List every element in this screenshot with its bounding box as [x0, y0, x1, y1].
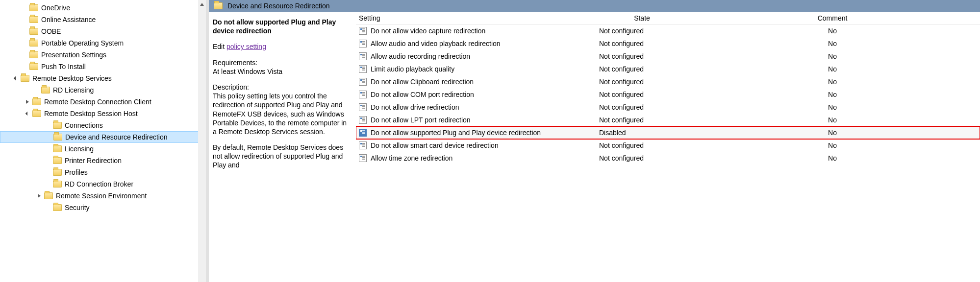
policy-title: Do not allow supported Plug and Play dev…	[213, 18, 351, 35]
column-state[interactable]: State	[599, 14, 685, 22]
tree-item[interactable]: OneDrive	[0, 2, 206, 14]
policy-row[interactable]: Do not allow COM port redirectionNot con…	[356, 88, 980, 101]
cell-state: Disabled	[599, 129, 685, 137]
policy-row[interactable]: Do not allow Clipboard redirectionNot co…	[356, 75, 980, 88]
list-body[interactable]: Do not allow video capture redirectionNo…	[356, 24, 980, 282]
cell-state: Not configured	[599, 40, 685, 47]
cell-state: Not configured	[599, 52, 685, 60]
policy-row[interactable]: Do not allow supported Plug and Play dev…	[356, 126, 980, 139]
tree-scrollbar[interactable]	[198, 0, 206, 282]
path-header: Device and Resource Redirection	[209, 0, 980, 12]
policy-name: Do not allow drive redirection	[371, 103, 459, 111]
expander-spacer	[44, 157, 52, 164]
cell-state: Not configured	[599, 116, 685, 124]
tree-item[interactable]: Online Assistance	[0, 14, 206, 25]
tree-item[interactable]: RD Licensing	[0, 84, 206, 96]
tree-item[interactable]: Device and Resource Redirection	[0, 131, 206, 143]
tree-item[interactable]: OOBE	[0, 25, 206, 37]
policy-row[interactable]: Allow time zone redirectionNot configure…	[356, 152, 980, 164]
scroll-up-arrow-icon[interactable]	[198, 0, 206, 9]
policy-setting-icon	[359, 116, 367, 124]
cell-comment: No	[685, 129, 980, 137]
cell-comment: No	[685, 116, 980, 124]
folder-icon	[21, 75, 29, 82]
cell-comment: No	[685, 52, 980, 60]
column-setting[interactable]: Setting	[359, 14, 599, 22]
tree-item[interactable]: Remote Desktop Connection Client	[0, 96, 206, 108]
tree-item[interactable]: Security	[0, 202, 206, 213]
expander-open-icon[interactable]	[12, 74, 20, 82]
policy-name: Do not allow supported Plug and Play dev…	[371, 129, 541, 137]
expander-closed-icon[interactable]	[35, 192, 43, 200]
tree-item[interactable]: Remote Desktop Session Host	[0, 108, 206, 119]
policy-row[interactable]: Allow audio recording redirectionNot con…	[356, 50, 980, 63]
tree-item[interactable]: Remote Session Environment	[0, 190, 206, 202]
cell-state: Not configured	[599, 27, 685, 35]
cell-setting: Allow audio recording redirection	[359, 52, 599, 60]
description-text-1: This policy setting lets you control the…	[213, 92, 351, 136]
tree-item[interactable]: Presentation Settings	[0, 49, 206, 61]
policy-row[interactable]: Do not allow smart card device redirecti…	[356, 139, 980, 152]
tree-item[interactable]: Remote Desktop Services	[0, 72, 206, 84]
tree-item[interactable]: Push To Install	[0, 61, 206, 72]
cell-setting: Allow time zone redirection	[359, 154, 599, 162]
cell-comment: No	[685, 141, 980, 149]
edit-prefix: Edit	[213, 43, 226, 50]
cell-state: Not configured	[599, 78, 685, 86]
tree-item-label: RD Licensing	[53, 86, 94, 94]
folder-icon	[29, 51, 38, 58]
policy-row[interactable]: Limit audio playback qualityNot configur…	[356, 63, 980, 75]
expander-spacer	[44, 180, 52, 188]
expander-spacer	[21, 27, 28, 35]
policy-row[interactable]: Do not allow LPT port redirectionNot con…	[356, 114, 980, 126]
cell-setting: Allow audio and video playback redirecti…	[359, 40, 599, 47]
expander-closed-icon[interactable]	[24, 98, 31, 106]
policy-setting-icon	[359, 52, 367, 60]
tree-item[interactable]: Profiles	[0, 166, 206, 178]
tree-item-label: Profiles	[65, 168, 88, 176]
cell-state: Not configured	[599, 65, 685, 73]
folder-icon	[32, 98, 41, 105]
folder-icon	[53, 204, 62, 211]
path-header-label: Device and Resource Redirection	[227, 2, 330, 10]
policy-row[interactable]: Do not allow drive redirectionNot config…	[356, 101, 980, 114]
expander-spacer	[32, 86, 40, 94]
folder-icon	[53, 157, 62, 164]
expander-spacer	[21, 16, 28, 24]
edit-policy-link[interactable]: policy setting	[226, 43, 266, 50]
tree-item[interactable]: Licensing	[0, 143, 206, 155]
tree-item[interactable]: RD Connection Broker	[0, 178, 206, 190]
description-block: Description: This policy setting lets yo…	[213, 83, 351, 136]
expander-spacer	[44, 204, 52, 212]
tree-item[interactable]: Portable Operating System	[0, 37, 206, 49]
tree-item[interactable]: Connections	[0, 119, 206, 131]
tree-item[interactable]: Printer Redirection	[0, 155, 206, 166]
folder-icon	[29, 28, 38, 35]
policy-row[interactable]: Allow audio and video playback redirecti…	[356, 37, 980, 50]
navigation-tree[interactable]: OneDriveOnline AssistanceOOBEPortable Op…	[0, 0, 206, 282]
requirements-label: Requirements:	[213, 58, 351, 67]
tree-item-label: Printer Redirection	[65, 157, 122, 164]
folder-icon	[53, 181, 62, 188]
policy-name: Do not allow Clipboard redirection	[371, 78, 474, 86]
policy-setting-icon	[359, 103, 367, 111]
policy-name: Do not allow COM port redirection	[371, 91, 474, 98]
cell-setting: Do not allow supported Plug and Play dev…	[359, 129, 599, 137]
expander-spacer	[44, 168, 52, 176]
tree-item-label: Portable Operating System	[41, 39, 124, 47]
expander-open-icon[interactable]	[24, 110, 31, 118]
tree-item-label: OOBE	[41, 27, 61, 35]
policy-name: Do not allow video capture redirection	[371, 27, 485, 35]
cell-comment: No	[685, 40, 980, 47]
expander-spacer	[45, 133, 52, 141]
tree-item-label: Remote Desktop Connection Client	[44, 98, 151, 106]
folder-icon	[214, 2, 223, 9]
edit-policy-line: Edit policy setting	[213, 42, 351, 51]
expander-spacer	[44, 145, 52, 153]
policy-row[interactable]: Do not allow video capture redirectionNo…	[356, 24, 980, 37]
expander-spacer	[44, 121, 52, 129]
cell-setting: Limit audio playback quality	[359, 65, 599, 73]
content-area: Do not allow supported Plug and Play dev…	[209, 12, 980, 282]
policy-name: Allow audio recording redirection	[371, 52, 470, 60]
column-comment[interactable]: Comment	[685, 14, 980, 22]
